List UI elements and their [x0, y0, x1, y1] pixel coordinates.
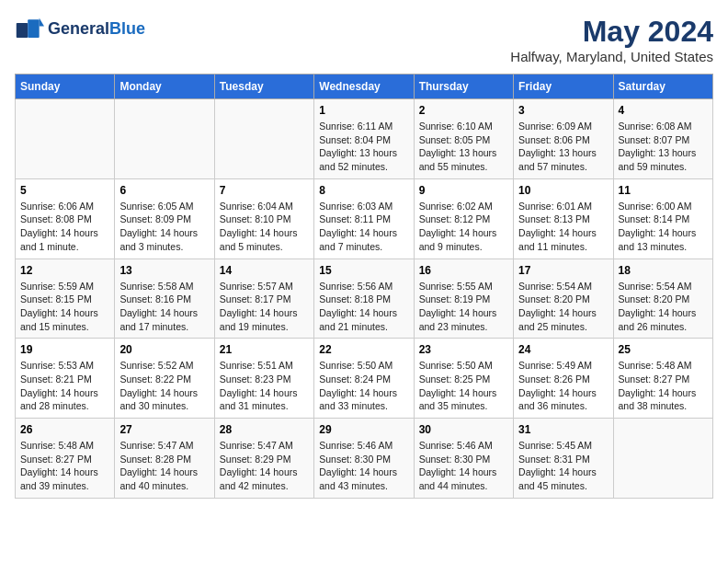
calendar-cell: 1Sunrise: 6:11 AMSunset: 8:04 PMDaylight… — [314, 99, 414, 179]
day-number: 31 — [518, 423, 608, 436]
calendar-cell: 9Sunrise: 6:02 AMSunset: 8:12 PMDaylight… — [414, 178, 513, 259]
calendar-cell: 25Sunrise: 5:48 AMSunset: 8:27 PMDayligh… — [613, 339, 712, 419]
calendar-cell: 4Sunrise: 6:08 AMSunset: 8:07 PMDaylight… — [613, 99, 712, 179]
calendar-cell — [16, 99, 115, 179]
day-info: Sunrise: 5:51 AMSunset: 8:23 PMDaylight:… — [220, 359, 309, 413]
calendar-cell: 31Sunrise: 5:45 AMSunset: 8:31 PMDayligh… — [514, 419, 613, 499]
day-info: Sunrise: 5:56 AMSunset: 8:18 PMDaylight:… — [319, 280, 408, 334]
calendar-header-row: SundayMondayTuesdayWednesdayThursdayFrid… — [16, 75, 713, 99]
day-info: Sunrise: 5:53 AMSunset: 8:21 PMDaylight:… — [20, 359, 109, 413]
day-number: 30 — [419, 423, 508, 436]
calendar-week-row: 26Sunrise: 5:48 AMSunset: 8:27 PMDayligh… — [16, 419, 713, 499]
calendar-title: May 2024 — [510, 15, 713, 49]
header-sunday: Sunday — [16, 75, 115, 99]
calendar-cell: 27Sunrise: 5:47 AMSunset: 8:28 PMDayligh… — [115, 419, 214, 499]
day-info: Sunrise: 5:50 AMSunset: 8:24 PMDaylight:… — [319, 359, 408, 413]
calendar-cell: 11Sunrise: 6:00 AMSunset: 8:14 PMDayligh… — [613, 178, 712, 259]
calendar-cell: 10Sunrise: 6:01 AMSunset: 8:13 PMDayligh… — [514, 178, 613, 259]
calendar-cell: 8Sunrise: 6:03 AMSunset: 8:11 PMDaylight… — [314, 178, 414, 259]
calendar-cell: 13Sunrise: 5:58 AMSunset: 8:16 PMDayligh… — [115, 259, 214, 339]
day-number: 8 — [319, 184, 408, 197]
day-info: Sunrise: 5:48 AMSunset: 8:27 PMDaylight:… — [20, 439, 109, 493]
day-number: 1 — [319, 104, 408, 117]
calendar-cell: 28Sunrise: 5:47 AMSunset: 8:29 PMDayligh… — [214, 419, 313, 499]
day-number: 21 — [220, 343, 309, 356]
day-number: 10 — [518, 184, 608, 197]
day-info: Sunrise: 5:57 AMSunset: 8:17 PMDaylight:… — [220, 280, 309, 334]
day-info: Sunrise: 6:11 AMSunset: 8:04 PMDaylight:… — [319, 120, 408, 174]
calendar-cell: 3Sunrise: 6:09 AMSunset: 8:06 PMDaylight… — [514, 99, 613, 179]
calendar-subtitle: Halfway, Maryland, United States — [510, 49, 713, 64]
day-info: Sunrise: 5:52 AMSunset: 8:22 PMDaylight:… — [119, 359, 209, 413]
day-number: 19 — [20, 343, 109, 356]
calendar-table: SundayMondayTuesdayWednesdayThursdayFrid… — [15, 74, 713, 499]
day-info: Sunrise: 6:02 AMSunset: 8:12 PMDaylight:… — [419, 200, 508, 254]
day-info: Sunrise: 5:48 AMSunset: 8:27 PMDaylight:… — [619, 359, 708, 413]
calendar-cell — [115, 99, 214, 179]
day-number: 2 — [419, 104, 508, 117]
calendar-week-row: 5Sunrise: 6:06 AMSunset: 8:08 PMDaylight… — [16, 178, 713, 259]
day-number: 17 — [518, 264, 608, 277]
calendar-week-row: 1Sunrise: 6:11 AMSunset: 8:04 PMDaylight… — [16, 99, 713, 179]
day-info: Sunrise: 6:05 AMSunset: 8:09 PMDaylight:… — [119, 200, 209, 254]
day-info: Sunrise: 5:54 AMSunset: 8:20 PMDaylight:… — [619, 280, 708, 334]
day-info: Sunrise: 5:46 AMSunset: 8:30 PMDaylight:… — [319, 439, 408, 493]
day-number: 26 — [20, 423, 109, 436]
day-number: 9 — [419, 184, 508, 197]
day-info: Sunrise: 6:08 AMSunset: 8:07 PMDaylight:… — [619, 120, 708, 174]
day-number: 11 — [619, 184, 708, 197]
calendar-cell: 20Sunrise: 5:52 AMSunset: 8:22 PMDayligh… — [115, 339, 214, 419]
day-info: Sunrise: 6:04 AMSunset: 8:10 PMDaylight:… — [220, 200, 309, 254]
calendar-cell: 6Sunrise: 6:05 AMSunset: 8:09 PMDaylight… — [115, 178, 214, 259]
day-number: 13 — [119, 264, 209, 277]
svg-rect-1 — [28, 19, 39, 38]
calendar-cell: 18Sunrise: 5:54 AMSunset: 8:20 PMDayligh… — [613, 259, 712, 339]
day-number: 22 — [319, 343, 408, 356]
day-info: Sunrise: 6:00 AMSunset: 8:14 PMDaylight:… — [619, 200, 708, 254]
day-info: Sunrise: 5:55 AMSunset: 8:19 PMDaylight:… — [419, 280, 508, 334]
calendar-cell: 16Sunrise: 5:55 AMSunset: 8:19 PMDayligh… — [414, 259, 513, 339]
header-saturday: Saturday — [613, 75, 712, 99]
logo-line1: GeneralBlue — [48, 20, 145, 39]
calendar-cell: 24Sunrise: 5:49 AMSunset: 8:26 PMDayligh… — [514, 339, 613, 419]
day-number: 29 — [319, 423, 408, 436]
calendar-cell: 19Sunrise: 5:53 AMSunset: 8:21 PMDayligh… — [16, 339, 115, 419]
calendar-cell — [613, 419, 712, 499]
day-info: Sunrise: 5:47 AMSunset: 8:29 PMDaylight:… — [220, 439, 309, 493]
calendar-cell: 15Sunrise: 5:56 AMSunset: 8:18 PMDayligh… — [314, 259, 414, 339]
day-info: Sunrise: 5:49 AMSunset: 8:26 PMDaylight:… — [518, 359, 608, 413]
calendar-cell: 12Sunrise: 5:59 AMSunset: 8:15 PMDayligh… — [16, 259, 115, 339]
calendar-cell: 2Sunrise: 6:10 AMSunset: 8:05 PMDaylight… — [414, 99, 513, 179]
calendar-week-row: 12Sunrise: 5:59 AMSunset: 8:15 PMDayligh… — [16, 259, 713, 339]
calendar-cell: 23Sunrise: 5:50 AMSunset: 8:25 PMDayligh… — [414, 339, 513, 419]
day-number: 4 — [619, 104, 708, 117]
day-info: Sunrise: 5:46 AMSunset: 8:30 PMDaylight:… — [419, 439, 508, 493]
calendar-cell: 14Sunrise: 5:57 AMSunset: 8:17 PMDayligh… — [214, 259, 313, 339]
header-friday: Friday — [514, 75, 613, 99]
title-block: May 2024 Halfway, Maryland, United State… — [510, 15, 713, 64]
svg-rect-0 — [17, 23, 28, 38]
calendar-cell: 17Sunrise: 5:54 AMSunset: 8:20 PMDayligh… — [514, 259, 613, 339]
calendar-cell: 7Sunrise: 6:04 AMSunset: 8:10 PMDaylight… — [214, 178, 313, 259]
header-tuesday: Tuesday — [214, 75, 313, 99]
header-monday: Monday — [115, 75, 214, 99]
day-number: 14 — [220, 264, 309, 277]
day-number: 27 — [119, 423, 209, 436]
day-number: 15 — [319, 264, 408, 277]
day-info: Sunrise: 5:50 AMSunset: 8:25 PMDaylight:… — [419, 359, 508, 413]
calendar-cell: 30Sunrise: 5:46 AMSunset: 8:30 PMDayligh… — [414, 419, 513, 499]
calendar-cell: 29Sunrise: 5:46 AMSunset: 8:30 PMDayligh… — [314, 419, 414, 499]
day-number: 3 — [518, 104, 608, 117]
day-number: 23 — [419, 343, 508, 356]
logo-icon — [15, 15, 44, 44]
day-info: Sunrise: 6:03 AMSunset: 8:11 PMDaylight:… — [319, 200, 408, 254]
header-wednesday: Wednesday — [314, 75, 414, 99]
day-info: Sunrise: 5:45 AMSunset: 8:31 PMDaylight:… — [518, 439, 608, 493]
day-info: Sunrise: 6:01 AMSunset: 8:13 PMDaylight:… — [518, 200, 608, 254]
day-number: 20 — [119, 343, 209, 356]
calendar-cell: 21Sunrise: 5:51 AMSunset: 8:23 PMDayligh… — [214, 339, 313, 419]
day-number: 7 — [220, 184, 309, 197]
day-number: 6 — [119, 184, 209, 197]
day-info: Sunrise: 6:09 AMSunset: 8:06 PMDaylight:… — [518, 120, 608, 174]
day-number: 18 — [619, 264, 708, 277]
